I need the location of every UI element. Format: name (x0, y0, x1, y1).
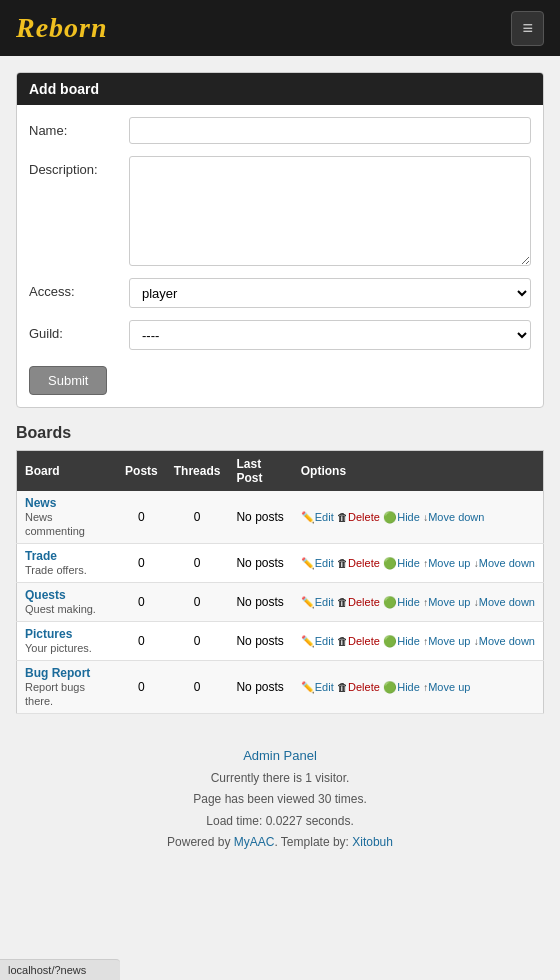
option-move-down-link[interactable]: Move down (479, 557, 535, 569)
board-cell: PicturesYour pictures. (17, 622, 118, 661)
submit-button[interactable]: Submit (29, 366, 107, 395)
board-threads: 0 (166, 661, 229, 714)
board-description: News commenting (25, 511, 85, 537)
board-last-post: No posts (228, 583, 292, 622)
option-edit-link[interactable]: Edit (315, 635, 334, 647)
option-hide-link[interactable]: Hide (397, 511, 420, 523)
option-edit-link[interactable]: Edit (315, 511, 334, 523)
table-row: NewsNews commenting00No posts✏️Edit 🗑Del… (17, 491, 544, 544)
option-edit-link[interactable]: Edit (315, 596, 334, 608)
option-move-down-link[interactable]: Move down (428, 511, 484, 523)
name-label: Name: (29, 117, 129, 138)
board-posts: 0 (117, 544, 166, 583)
myaac-link[interactable]: MyAAC (234, 835, 275, 849)
option-delete-link[interactable]: Delete (348, 596, 380, 608)
board-last-post: No posts (228, 544, 292, 583)
board-threads: 0 (166, 583, 229, 622)
board-threads: 0 (166, 544, 229, 583)
option-edit-link[interactable]: Edit (315, 557, 334, 569)
description-group: Description: (29, 156, 531, 266)
visitor-text: Currently there is 1 visitor. (32, 768, 528, 790)
option-move-down-link[interactable]: Move down (479, 596, 535, 608)
col-posts: Posts (117, 451, 166, 492)
footer: Admin Panel Currently there is 1 visitor… (16, 714, 544, 870)
board-options: ✏️Edit 🗑Delete 🟢Hide ↓Move down (293, 491, 544, 544)
main-content: Add board Name: Description: Access: pla… (0, 56, 560, 886)
page-views: Page has been viewed 30 times. (32, 789, 528, 811)
option-edit-link[interactable]: Edit (315, 681, 334, 693)
board-name-link[interactable]: Bug Report (25, 666, 109, 680)
board-description: Trade offers. (25, 564, 87, 576)
access-group: Access: player moderator admin (29, 278, 531, 308)
bottom-bar: localhost/?news (0, 959, 120, 980)
template-by-label: . Template by: (274, 835, 352, 849)
boards-section: Boards Board Posts Threads Last Post Opt… (16, 424, 544, 714)
board-cell: Bug ReportReport bugs there. (17, 661, 118, 714)
bottom-url: localhost/?news (8, 964, 86, 976)
col-options: Options (293, 451, 544, 492)
board-name-link[interactable]: Trade (25, 549, 109, 563)
xitobuh-link[interactable]: Xitobuh (352, 835, 393, 849)
add-board-header: Add board (17, 73, 543, 105)
boards-title: Boards (16, 424, 544, 442)
board-description: Report bugs there. (25, 681, 85, 707)
boards-table-header: Board Posts Threads Last Post Options (17, 451, 544, 492)
option-move-up-link[interactable]: Move up (428, 557, 470, 569)
col-board: Board (17, 451, 118, 492)
board-cell: QuestsQuest making. (17, 583, 118, 622)
board-posts: 0 (117, 583, 166, 622)
table-row: QuestsQuest making.00No posts✏️Edit 🗑Del… (17, 583, 544, 622)
option-move-up-link[interactable]: Move up (428, 681, 470, 693)
name-group: Name: (29, 117, 531, 144)
option-hide-link[interactable]: Hide (397, 557, 420, 569)
navbar-toggle-button[interactable]: ≡ (511, 11, 544, 46)
option-move-up-link[interactable]: Move up (428, 596, 470, 608)
option-move-down-link[interactable]: Move down (479, 635, 535, 647)
guild-label: Guild: (29, 320, 129, 341)
option-delete-link[interactable]: Delete (348, 635, 380, 647)
board-options: ✏️Edit 🗑Delete 🟢Hide ↑Move up (293, 661, 544, 714)
name-input[interactable] (129, 117, 531, 144)
option-delete-link[interactable]: Delete (348, 557, 380, 569)
board-options: ✏️Edit 🗑Delete 🟢Hide ↑Move up ↓Move down (293, 583, 544, 622)
option-delete-link[interactable]: Delete (348, 681, 380, 693)
table-row: Bug ReportReport bugs there.00No posts✏️… (17, 661, 544, 714)
add-board-body: Name: Description: Access: player modera… (17, 105, 543, 407)
option-move-up-link[interactable]: Move up (428, 635, 470, 647)
boards-table-body: NewsNews commenting00No posts✏️Edit 🗑Del… (17, 491, 544, 714)
description-label: Description: (29, 156, 129, 177)
board-last-post: No posts (228, 661, 292, 714)
option-hide-link[interactable]: Hide (397, 596, 420, 608)
board-posts: 0 (117, 661, 166, 714)
board-last-post: No posts (228, 491, 292, 544)
board-name-link[interactable]: Quests (25, 588, 109, 602)
board-options: ✏️Edit 🗑Delete 🟢Hide ↑Move up ↓Move down (293, 622, 544, 661)
admin-panel-link[interactable]: Admin Panel (243, 748, 317, 763)
boards-table: Board Posts Threads Last Post Options Ne… (16, 450, 544, 714)
brand-logo: Reborn (16, 12, 108, 44)
board-cell: TradeTrade offers. (17, 544, 118, 583)
option-hide-link[interactable]: Hide (397, 681, 420, 693)
col-threads: Threads (166, 451, 229, 492)
guild-select[interactable]: ---- (129, 320, 531, 350)
powered-by: Powered by MyAAC. Template by: Xitobuh (32, 832, 528, 854)
board-last-post: No posts (228, 622, 292, 661)
option-hide-link[interactable]: Hide (397, 635, 420, 647)
board-posts: 0 (117, 491, 166, 544)
board-name-link[interactable]: News (25, 496, 109, 510)
option-delete-link[interactable]: Delete (348, 511, 380, 523)
access-select[interactable]: player moderator admin (129, 278, 531, 308)
board-name-link[interactable]: Pictures (25, 627, 109, 641)
board-threads: 0 (166, 491, 229, 544)
board-description: Quest making. (25, 603, 96, 615)
board-cell: NewsNews commenting (17, 491, 118, 544)
board-options: ✏️Edit 🗑Delete 🟢Hide ↑Move up ↓Move down (293, 544, 544, 583)
load-time: Load time: 0.0227 seconds. (32, 811, 528, 833)
guild-group: Guild: ---- (29, 320, 531, 350)
access-label: Access: (29, 278, 129, 299)
navbar: Reborn ≡ (0, 0, 560, 56)
table-row: TradeTrade offers.00No posts✏️Edit 🗑Dele… (17, 544, 544, 583)
table-row: PicturesYour pictures.00No posts✏️Edit 🗑… (17, 622, 544, 661)
description-input[interactable] (129, 156, 531, 266)
board-posts: 0 (117, 622, 166, 661)
